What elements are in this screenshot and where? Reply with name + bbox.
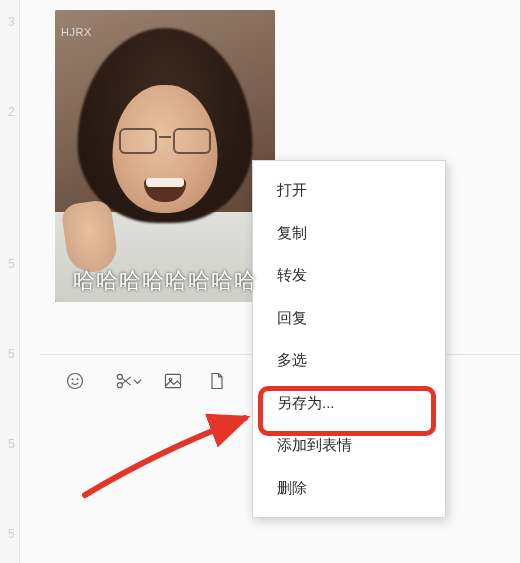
svg-rect-5 <box>166 374 181 387</box>
file-icon[interactable] <box>206 370 228 392</box>
svg-point-0 <box>68 374 83 389</box>
svg-point-1 <box>72 379 73 380</box>
svg-point-4 <box>117 374 122 379</box>
svg-point-2 <box>77 379 78 380</box>
gif-caption: 哈哈哈哈哈哈哈哈 <box>55 266 275 296</box>
scissors-icon[interactable] <box>108 370 140 392</box>
input-toolbar <box>64 370 228 392</box>
image-icon[interactable] <box>162 370 184 392</box>
menu-item-forward[interactable]: 转发 <box>253 254 445 297</box>
tick: 5 <box>8 347 15 361</box>
tick: 5 <box>8 257 15 271</box>
emoji-icon[interactable] <box>64 370 86 392</box>
menu-item-save-as[interactable]: 另存为... <box>253 382 445 425</box>
menu-item-copy[interactable]: 复制 <box>253 212 445 255</box>
left-rail: 3 2 5 5 5 5 <box>0 0 20 563</box>
menu-item-delete[interactable]: 删除 <box>253 467 445 510</box>
tick: 5 <box>8 527 15 541</box>
menu-item-open[interactable]: 打开 <box>253 169 445 212</box>
menu-item-reply[interactable]: 回复 <box>253 297 445 340</box>
chat-image-message[interactable]: HJRX 哈哈哈哈哈哈哈哈 <box>55 10 275 302</box>
tick: 2 <box>8 105 15 119</box>
tick: 3 <box>8 15 15 29</box>
tick: 5 <box>8 437 15 451</box>
gif-illustration <box>55 10 275 302</box>
menu-item-add-sticker[interactable]: 添加到表情 <box>253 424 445 467</box>
menu-item-multiselect[interactable]: 多选 <box>253 339 445 382</box>
svg-point-3 <box>117 383 122 388</box>
gif-watermark: HJRX <box>61 26 92 38</box>
context-menu: 打开 复制 转发 回复 多选 另存为... 添加到表情 删除 <box>252 160 446 518</box>
